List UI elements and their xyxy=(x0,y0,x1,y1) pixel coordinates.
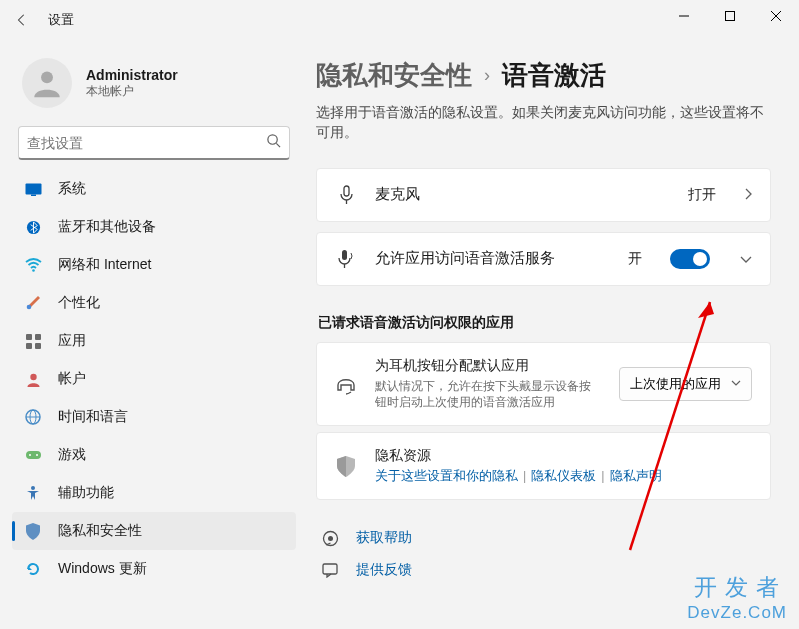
privacy-link-about[interactable]: 关于这些设置和你的隐私 xyxy=(375,469,518,483)
update-icon xyxy=(24,560,42,578)
privacy-link-statement[interactable]: 隐私声明 xyxy=(610,469,662,483)
microphone-sound-icon xyxy=(335,249,357,269)
wifi-icon xyxy=(24,256,42,274)
page-description: 选择用于语音激活的隐私设置。如果关闭麦克风访问功能，这些设置将不可用。 xyxy=(316,103,771,144)
nav-label: 网络和 Internet xyxy=(58,256,151,274)
toggle-switch[interactable] xyxy=(670,249,710,269)
svg-rect-20 xyxy=(26,451,41,459)
card-label: 麦克风 xyxy=(375,185,670,204)
microphone-card[interactable]: 麦克风 打开 xyxy=(316,168,771,222)
nav-label: 帐户 xyxy=(58,370,86,388)
sidebar: Administrator 本地帐户 系统 蓝牙和其他设备 网络和 Intern… xyxy=(0,40,308,629)
search-input[interactable] xyxy=(27,135,266,151)
nav-accounts[interactable]: 帐户 xyxy=(12,360,296,398)
privacy-resources-card: 隐私资源 关于这些设置和你的隐私|隐私仪表板|隐私声明 xyxy=(316,432,771,500)
feedback-icon xyxy=(320,562,340,578)
svg-rect-13 xyxy=(35,334,41,340)
shield-icon xyxy=(24,522,42,540)
chevron-down-icon xyxy=(731,380,741,387)
privacy-title: 隐私资源 xyxy=(375,447,752,465)
nav-accessibility[interactable]: 辅助功能 xyxy=(12,474,296,512)
section-title: 已请求语音激活访问权限的应用 xyxy=(318,314,771,332)
chevron-right-icon xyxy=(744,186,752,204)
nav-apps[interactable]: 应用 xyxy=(12,322,296,360)
apps-icon xyxy=(24,332,42,350)
default-app-dropdown[interactable]: 上次使用的应用 xyxy=(619,367,752,401)
nav-system[interactable]: 系统 xyxy=(12,170,296,208)
window-title: 设置 xyxy=(48,11,74,29)
headset-desc: 默认情况下，允许在按下头戴显示设备按钮时启动上次使用的语音激活应用 xyxy=(375,378,601,412)
page-title: 语音激活 xyxy=(502,58,606,93)
close-button[interactable] xyxy=(753,0,799,32)
display-icon xyxy=(24,180,42,198)
svg-rect-8 xyxy=(31,194,36,196)
svg-point-4 xyxy=(41,71,53,83)
card-state: 打开 xyxy=(688,186,716,204)
svg-point-16 xyxy=(30,373,36,379)
svg-point-5 xyxy=(268,135,277,144)
microphone-icon xyxy=(335,185,357,205)
toggle-state: 开 xyxy=(628,250,642,268)
svg-point-23 xyxy=(31,486,35,490)
nav-label: 时间和语言 xyxy=(58,408,128,426)
nav-label: 个性化 xyxy=(58,294,100,312)
svg-rect-1 xyxy=(726,12,735,21)
svg-rect-26 xyxy=(342,250,347,260)
user-subtitle: 本地帐户 xyxy=(86,83,178,100)
breadcrumb-parent[interactable]: 隐私和安全性 xyxy=(316,58,472,93)
nav-bluetooth[interactable]: 蓝牙和其他设备 xyxy=(12,208,296,246)
nav: 系统 蓝牙和其他设备 网络和 Internet 个性化 应用 帐户 xyxy=(12,170,296,588)
help-icon xyxy=(320,530,340,547)
nav-label: 隐私和安全性 xyxy=(58,522,142,540)
nav-label: 系统 xyxy=(58,180,86,198)
minimize-button[interactable] xyxy=(661,0,707,32)
breadcrumb: 隐私和安全性 › 语音激活 xyxy=(316,58,771,93)
svg-point-29 xyxy=(328,536,333,541)
bluetooth-icon xyxy=(24,218,42,236)
nav-network[interactable]: 网络和 Internet xyxy=(12,246,296,284)
privacy-link-dashboard[interactable]: 隐私仪表板 xyxy=(531,469,596,483)
nav-label: 辅助功能 xyxy=(58,484,114,502)
svg-rect-30 xyxy=(323,564,337,574)
headset-default-card: 为耳机按钮分配默认应用 默认情况下，允许在按下头戴显示设备按钮时启动上次使用的语… xyxy=(316,342,771,427)
avatar xyxy=(22,58,72,108)
chevron-right-icon: › xyxy=(484,65,490,86)
user-block[interactable]: Administrator 本地帐户 xyxy=(12,40,296,126)
shield-icon xyxy=(335,456,357,477)
svg-rect-12 xyxy=(26,334,32,340)
get-help-link[interactable]: 获取帮助 xyxy=(316,522,771,554)
search-box[interactable] xyxy=(18,126,290,160)
gamepad-icon xyxy=(24,446,42,464)
user-name: Administrator xyxy=(86,67,178,83)
nav-label: Windows 更新 xyxy=(58,560,147,578)
nav-time-language[interactable]: 时间和语言 xyxy=(12,398,296,436)
nav-gaming[interactable]: 游戏 xyxy=(12,436,296,474)
svg-rect-15 xyxy=(35,343,41,349)
nav-label: 蓝牙和其他设备 xyxy=(58,218,156,236)
svg-line-6 xyxy=(276,143,280,147)
card-label: 允许应用访问语音激活服务 xyxy=(375,249,610,268)
brush-icon xyxy=(24,294,42,312)
svg-point-21 xyxy=(29,454,31,456)
voice-activation-card[interactable]: 允许应用访问语音激活服务 开 xyxy=(316,232,771,286)
maximize-button[interactable] xyxy=(707,0,753,32)
feedback-link[interactable]: 提供反馈 xyxy=(316,554,771,586)
svg-rect-24 xyxy=(344,186,349,196)
svg-rect-7 xyxy=(25,183,41,194)
back-button[interactable] xyxy=(4,2,40,38)
svg-point-10 xyxy=(32,269,35,272)
feedback-label[interactable]: 提供反馈 xyxy=(356,561,412,579)
accessibility-icon xyxy=(24,484,42,502)
help-label[interactable]: 获取帮助 xyxy=(356,529,412,547)
search-icon xyxy=(266,133,281,152)
nav-privacy[interactable]: 隐私和安全性 xyxy=(12,512,296,550)
svg-rect-14 xyxy=(26,343,32,349)
chevron-down-icon[interactable] xyxy=(740,250,752,268)
nav-personalization[interactable]: 个性化 xyxy=(12,284,296,322)
headset-title: 为耳机按钮分配默认应用 xyxy=(375,357,601,375)
nav-label: 应用 xyxy=(58,332,86,350)
person-icon xyxy=(24,370,42,388)
globe-icon xyxy=(24,408,42,426)
nav-windows-update[interactable]: Windows 更新 xyxy=(12,550,296,588)
svg-point-22 xyxy=(36,454,38,456)
